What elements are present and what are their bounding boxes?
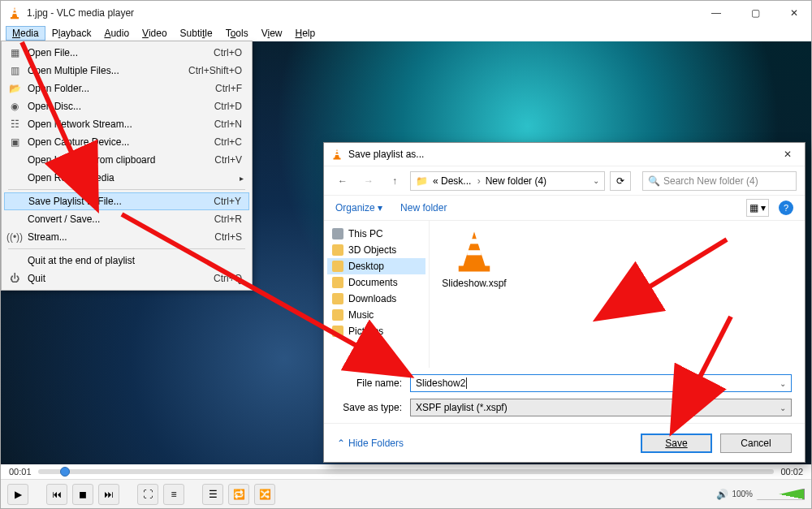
menu-item-shortcut: Ctrl+N [214,119,242,130]
menu-help[interactable]: Help [288,26,322,41]
tree-item[interactable]: Desktop [327,258,425,274]
seek-thumb[interactable] [60,467,70,477]
stop-button[interactable]: ◼ [72,484,93,505]
view-mode-button[interactable]: ▦ ▾ [746,199,769,217]
svg-rect-5 [336,151,339,153]
menu-item[interactable]: Open Recent Media [3,169,250,187]
folder-tree: This PC3D ObjectsDesktopDocumentsDownloa… [324,221,430,368]
chevron-down-icon[interactable]: ⌄ [593,176,599,185]
svg-marker-0 [12,7,18,18]
svg-rect-2 [12,12,16,14]
dialog-close-button[interactable]: ✕ [777,146,798,162]
menu-item[interactable]: ◉Open Disc...Ctrl+D [3,97,250,115]
menu-item-shortcut: Ctrl+V [214,154,242,166]
dialog-title-bar: Save playlist as... ✕ [324,143,805,166]
close-button[interactable]: ✕ [784,5,805,21]
nav-up-icon[interactable]: ↑ [384,170,405,192]
menu-item[interactable]: Quit at the end of playlist [3,252,250,270]
playlist-button[interactable]: ☰ [202,484,223,505]
cancel-button[interactable]: Cancel [720,434,792,453]
tree-item-label: Documents [348,277,398,288]
menu-item-label: Open Location from clipboard [28,154,155,166]
mute-icon[interactable]: 🔊 [716,489,728,500]
loop-button[interactable]: 🔁 [228,484,249,505]
prev-button[interactable]: ⏮ [46,484,67,505]
breadcrumb-seg-1[interactable]: New folder (4) [486,175,546,187]
chevron-down-icon[interactable]: ⌄ [780,403,786,412]
organize-menu[interactable]: Organize ▾ [335,202,382,214]
menu-item-shortcut: Ctrl+S [214,231,242,243]
savetype-label: Save as type: [337,402,410,413]
menu-item[interactable]: ⏻QuitCtrl+Q [3,270,250,287]
help-icon[interactable]: ? [779,201,793,215]
file-item[interactable]: Slideshow.xspf [438,229,511,289]
menu-item[interactable]: Convert / Save...Ctrl+R [3,210,250,228]
search-placeholder: Search New folder (4) [663,175,758,187]
filename-input[interactable]: Slideshow2 ⌄ [410,374,792,392]
menu-media[interactable]: Media [6,26,45,41]
next-button[interactable]: ⏭ [98,484,119,505]
tree-item[interactable]: Music [327,307,425,323]
file-name: Slideshow.xspf [442,278,506,289]
menu-item[interactable]: ▣Open Capture Device...Ctrl+C [3,133,250,151]
nav-forward-icon[interactable]: → [358,170,379,192]
seek-track[interactable] [38,469,775,474]
menu-item-label: Quit at the end of playlist [28,255,135,266]
savetype-select[interactable]: XSPF playlist (*.xspf) ⌄ [410,399,792,416]
stream-icon: ((•)) [8,231,21,244]
dialog-body: This PC3D ObjectsDesktopDocumentsDownloa… [324,221,805,368]
tree-item[interactable]: This PC [327,226,425,242]
menu-playback[interactable]: Playback [45,26,98,41]
tree-item[interactable]: Downloads [327,291,425,307]
menu-video[interactable]: Video [136,26,173,41]
menu-audio[interactable]: Audio [97,26,136,41]
minimize-button[interactable]: — [706,5,727,21]
dialog-title: Save playlist as... [348,149,777,160]
menu-item-label: Open Recent Media [28,172,114,183]
network-icon: ☷ [8,118,21,131]
menu-item-label: Open Network Stream... [28,119,132,130]
breadcrumb-seg-0[interactable]: « Desk... [433,175,481,187]
menu-item-label: Open File... [28,47,78,58]
svg-rect-6 [335,154,339,156]
maximize-button[interactable]: ▢ [745,5,766,21]
nav-back-icon[interactable]: ← [332,170,353,192]
menu-item[interactable]: ▥Open Multiple Files...Ctrl+Shift+O [3,62,250,80]
ext-settings-button[interactable]: ≡ [163,484,184,505]
play-button[interactable]: ▶ [7,484,28,505]
tree-item-label: 3D Objects [348,244,396,256]
file-list[interactable]: Slideshow.xspf [430,221,805,368]
tree-item[interactable]: 3D Objects [327,242,425,258]
menu-item-shortcut: Ctrl+R [214,214,242,225]
folder-icon [332,309,343,321]
search-input[interactable]: 🔍 Search New folder (4) [642,171,797,191]
files-icon: ▥ [8,64,21,77]
menu-item[interactable]: Save Playlist to File...Ctrl+Y [4,192,249,210]
menu-item[interactable]: 📂Open Folder...Ctrl+F [3,80,250,97]
menu-item[interactable]: Open Location from clipboardCtrl+V [3,151,250,169]
menu-item[interactable]: ((•))Stream...Ctrl+S [3,228,250,246]
new-folder-button[interactable]: New folder [400,202,447,214]
refresh-button[interactable]: ⟳ [610,171,631,191]
control-bar: ▶ ⏮ ◼ ⏭ ⛶ ≡ ☰ 🔁 🔀 🔊 100% [1,479,811,508]
seek-bar: 00:01 00:02 [1,464,811,479]
menu-item-shortcut: Ctrl+Y [214,196,241,207]
menu-tools[interactable]: Tools [219,26,255,41]
volume-slider[interactable] [756,489,805,500]
capture-icon: ▣ [8,136,21,149]
shuffle-button[interactable]: 🔀 [254,484,275,505]
title-bar: 1.jpg - VLC media player — ▢ ✕ [1,1,811,25]
menu-item[interactable]: ▦Open File...Ctrl+O [3,44,250,62]
menu-subtitle[interactable]: Subtitle [174,26,219,41]
fullscreen-button[interactable]: ⛶ [137,484,158,505]
tree-item[interactable]: Documents [327,274,425,291]
hide-folders-link[interactable]: ⌃ Hide Folders [337,438,404,449]
menu-item-label: Convert / Save... [28,214,100,225]
menu-item[interactable]: ☷Open Network Stream...Ctrl+N [3,115,250,133]
tree-item[interactable]: Pictures [327,323,425,339]
menu-view[interactable]: View [255,26,289,41]
menu-item-shortcut: Ctrl+Shift+O [188,65,242,76]
breadcrumb[interactable]: 📁 « Desk... New folder (4) ⌄ [410,171,605,191]
chevron-down-icon[interactable]: ⌄ [780,379,786,388]
save-button[interactable]: Save [641,434,712,453]
